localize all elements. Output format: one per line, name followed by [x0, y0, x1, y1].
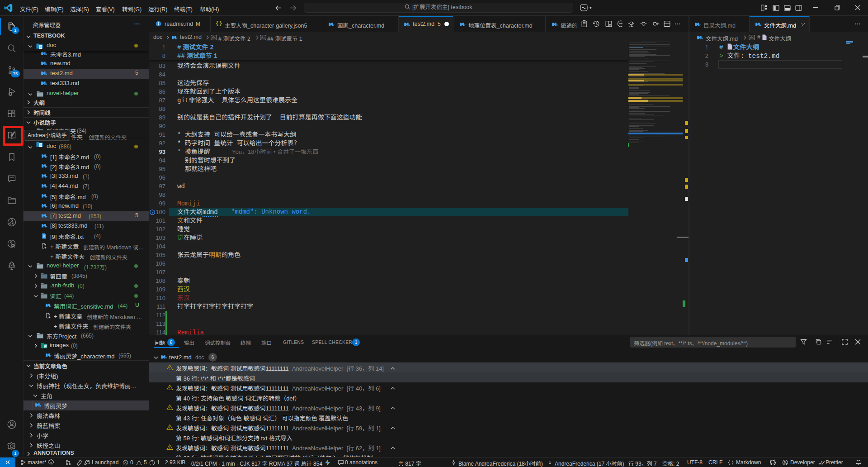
svg-text:abc: abc [261, 36, 266, 39]
svg-text:abc: abc [750, 36, 755, 39]
svg-text:abc: abc [212, 36, 217, 39]
